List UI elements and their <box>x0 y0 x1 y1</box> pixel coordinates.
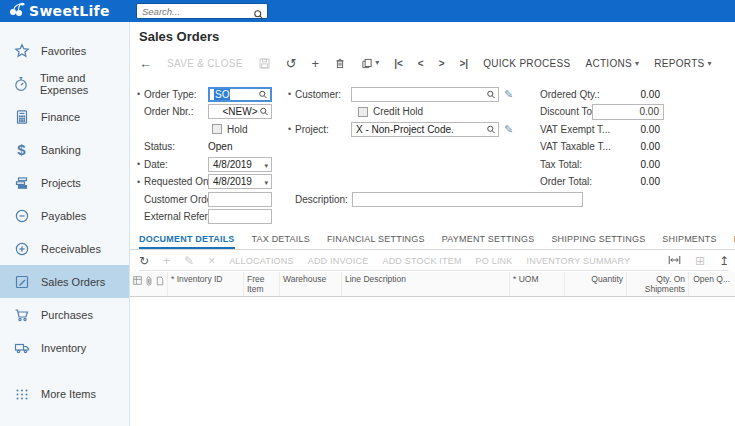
export-icon[interactable]: ↥ <box>719 255 729 267</box>
fit-width-icon[interactable] <box>668 254 681 268</box>
chevron-down-icon: ▾ <box>375 59 379 67</box>
sidebar-item-inventory[interactable]: Inventory <box>0 331 129 364</box>
tab-tax-details[interactable]: TAX DETAILS <box>252 234 310 249</box>
grid-body-empty[interactable] <box>130 298 735 426</box>
chevron-down-icon[interactable]: ▾ <box>264 162 268 170</box>
column-header-qty-on-shipments[interactable]: Qty. On Shipments <box>627 272 689 296</box>
column-config-icon[interactable] <box>133 276 142 288</box>
actions-menu-button[interactable]: ACTIONS▾ <box>585 58 639 69</box>
brand-logo[interactable]: SweetLife <box>0 1 130 22</box>
sidebar-item-label: Inventory <box>41 342 86 354</box>
sidebar-spacer <box>0 364 129 377</box>
undo-icon[interactable]: ↺ <box>286 57 297 70</box>
vat-taxable-label: VAT Taxable T... <box>540 141 624 152</box>
sidebar-item-projects[interactable]: Projects <box>0 166 129 199</box>
edit-pencil-icon[interactable]: ✎ <box>504 88 513 101</box>
external-ref-field[interactable] <box>208 209 272 224</box>
add-invoice-button[interactable]: ADD INVOICE <box>308 256 369 266</box>
tab-shipping-settings[interactable]: SHIPPING SETTINGS <box>551 234 645 249</box>
column-header-open-qty[interactable]: Open Q... <box>689 272 733 296</box>
previous-record-button[interactable]: < <box>418 58 424 69</box>
add-icon[interactable]: + <box>312 57 320 70</box>
sidebar-item-banking[interactable]: $ Banking <box>0 133 129 166</box>
sidebar-item-receivables[interactable]: Receivables <box>0 232 129 265</box>
hold-label: Hold <box>227 124 248 135</box>
tab-payment-settings[interactable]: PAYMENT SETTINGS <box>442 234 535 249</box>
dollar-icon: $ <box>13 141 30 158</box>
lookup-icon[interactable] <box>258 89 268 102</box>
customer-order-field[interactable] <box>208 192 272 207</box>
requested-on-field[interactable]: 4/8/2019 ▾ <box>208 174 272 189</box>
required-marker: • <box>137 89 141 99</box>
save-close-button[interactable]: SAVE & CLOSE <box>167 58 243 69</box>
quick-process-button[interactable]: QUICK PROCESS <box>483 58 570 69</box>
order-summary-form: • Order Type: SO Order Nbr.: <NEW> Hold <box>130 84 735 230</box>
vat-taxable-value: 0.00 <box>624 141 660 152</box>
add-stock-item-button[interactable]: ADD STOCK ITEM <box>382 256 461 266</box>
description-field[interactable] <box>352 192 583 207</box>
search-input[interactable] <box>137 5 249 18</box>
status-value: Open <box>208 141 232 152</box>
tab-shipments[interactable]: SHIPMENTS <box>662 234 716 249</box>
lookup-icon[interactable] <box>259 106 269 119</box>
sidebar-item-label: Receivables <box>41 243 101 255</box>
edit-row-icon[interactable]: ✎ <box>184 255 194 267</box>
required-marker: • <box>288 124 292 134</box>
order-nbr-field[interactable]: <NEW> <box>208 104 272 119</box>
column-header-line-description[interactable]: Line Description <box>342 272 510 296</box>
sidebar-item-more-items[interactable]: More Items <box>0 377 129 410</box>
column-header-warehouse[interactable]: Warehouse <box>280 272 342 296</box>
date-label: Date: <box>144 159 208 170</box>
customer-field[interactable] <box>351 87 499 102</box>
edit-pencil-icon[interactable]: ✎ <box>504 123 513 136</box>
grid-settings-icon[interactable]: ⊞ <box>695 255 705 267</box>
first-record-button[interactable]: |< <box>394 58 403 69</box>
delete-row-icon[interactable]: × <box>208 255 215 267</box>
discount-total-value: 0.00 <box>640 106 659 117</box>
vat-exempt-label: VAT Exempt T... <box>540 124 624 135</box>
last-record-button[interactable]: >| <box>460 58 469 69</box>
hold-checkbox[interactable] <box>212 124 222 134</box>
discount-total-field[interactable]: 0.00 <box>592 104 664 120</box>
minus-circle-icon <box>13 207 30 224</box>
sidebar-item-label: More Items <box>41 388 96 400</box>
sidebar-item-sales-orders[interactable]: Sales Orders <box>0 265 129 298</box>
tab-document-details[interactable]: DOCUMENT DETAILS <box>139 234 235 249</box>
lookup-icon[interactable] <box>486 124 496 137</box>
order-nbr-label: Order Nbr.: <box>144 106 208 117</box>
po-link-button[interactable]: PO LINK <box>476 256 513 266</box>
sidebar-item-time-and-expenses[interactable]: Time and Expenses <box>0 67 129 100</box>
vat-exempt-value: 0.00 <box>624 124 660 135</box>
refresh-icon[interactable]: ↻ <box>139 255 149 267</box>
sidebar-item-payables[interactable]: Payables <box>0 199 129 232</box>
column-header-quantity[interactable]: Quantity <box>565 272 627 296</box>
column-header-uom[interactable]: * UOM <box>510 272 565 296</box>
chevron-down-icon: ▾ <box>708 59 712 68</box>
grid-dots-icon <box>13 385 30 402</box>
sidebar-item-finance[interactable]: Finance <box>0 100 129 133</box>
sidebar-item-purchases[interactable]: Purchases <box>0 298 129 331</box>
project-field[interactable]: X - Non-Project Code. <box>351 122 499 137</box>
allocations-button[interactable]: ALLOCATIONS <box>229 256 294 266</box>
chevron-down-icon[interactable]: ▾ <box>264 179 268 187</box>
lookup-icon[interactable] <box>486 89 496 102</box>
sidebar-item-favorites[interactable]: Favorites <box>0 34 129 67</box>
credit-hold-checkbox[interactable] <box>358 107 368 117</box>
credit-hold-label: Credit Hold <box>373 106 423 117</box>
tab-financial-settings[interactable]: FINANCIAL SETTINGS <box>327 234 425 249</box>
back-icon[interactable]: ← <box>139 57 152 70</box>
inventory-summary-button[interactable]: INVENTORY SUMMARY <box>527 256 631 266</box>
add-row-icon[interactable]: + <box>163 255 170 267</box>
save-icon[interactable] <box>258 57 271 70</box>
delete-icon[interactable] <box>334 57 346 70</box>
order-type-field[interactable]: SO <box>208 87 272 102</box>
next-record-button[interactable]: > <box>439 58 445 69</box>
date-field[interactable]: 4/8/2019 ▾ <box>208 157 272 172</box>
column-header-inventory-id[interactable]: * Inventory ID <box>168 272 244 296</box>
column-header-free-item[interactable]: Free Item <box>244 272 280 296</box>
copy-icon[interactable]: ▾ <box>361 57 379 70</box>
grid-header-row: * Inventory ID Free Item Warehouse Line … <box>130 272 735 297</box>
search-box[interactable] <box>136 3 268 19</box>
sidebar-item-label: Payables <box>41 210 86 222</box>
reports-menu-button[interactable]: REPORTS▾ <box>654 58 712 69</box>
